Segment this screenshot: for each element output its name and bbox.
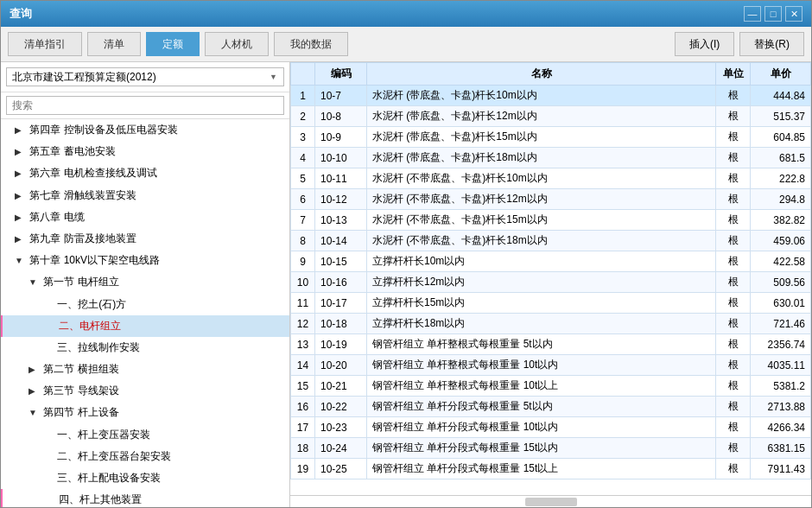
cell-code: 10-8 (315, 106, 367, 127)
table-row[interactable]: 4 10-10 水泥杆 (带底盘、卡盘)杆长18m以内 根 681.5 (291, 148, 811, 168)
table-container[interactable]: 编码 名称 单位 单价 1 10-7 水泥杆 (带底盘、卡盘)杆长10m以内 根… (290, 62, 811, 495)
cell-name: 水泥杆 (不带底盘、卡盘)杆长10m以内 (367, 168, 716, 189)
cell-no: 13 (291, 334, 315, 355)
table-row[interactable]: 7 10-13 水泥杆 (不带底盘、卡盘)杆长15m以内 根 382.82 (291, 210, 811, 231)
tab-labor[interactable]: 人材机 (205, 32, 269, 56)
table-row[interactable]: 19 10-25 钢管杆组立 单杆分段式每根重量 15t以上 根 7911.43 (291, 459, 811, 479)
tab-guide[interactable]: 清单指引 (8, 32, 82, 56)
cell-name: 立撑杆杆长15m以内 (367, 293, 716, 314)
insert-button[interactable]: 插入(I) (675, 32, 734, 56)
cell-name: 钢管杆组立 单杆整根式每根重量 5t以内 (367, 334, 716, 355)
table-row[interactable]: 10 10-16 立撑杆杆长12m以内 根 509.56 (291, 272, 811, 293)
tree-item-sec4-3[interactable]: 三、杆上配电设备安装 (1, 467, 289, 489)
quota-dropdown[interactable]: 北京市建设工程预算定额(2012) (6, 67, 284, 86)
tree-item-sec1-2[interactable]: 二、电杆组立 (1, 315, 289, 337)
cell-price: 2356.74 (751, 334, 811, 355)
expand-icon-ch10: ▼ (15, 254, 25, 268)
tree-label-sec4-3: 三、杆上配电设备安装 (57, 472, 161, 484)
table-row[interactable]: 1 10-7 水泥杆 (带底盘、卡盘)杆长10m以内 根 444.84 (291, 86, 811, 106)
toolbar: 清单指引 清单 定额 人材机 我的数据 插入(I) 替换(R) (1, 27, 811, 62)
maximize-button[interactable]: □ (764, 6, 782, 22)
table-row[interactable]: 13 10-19 钢管杆组立 单杆整根式每根重量 5t以内 根 2356.74 (291, 334, 811, 355)
tree-item-ch5[interactable]: ▶ 第五章 蓄电池安装 (1, 141, 289, 162)
table-row[interactable]: 12 10-18 立撑杆杆长18m以内 根 721.46 (291, 314, 811, 334)
table-row[interactable]: 2 10-8 水泥杆 (带底盘、卡盘)杆长12m以内 根 515.37 (291, 106, 811, 127)
table-body: 1 10-7 水泥杆 (带底盘、卡盘)杆长10m以内 根 444.84 2 10… (291, 86, 811, 479)
cell-unit: 根 (716, 438, 751, 459)
cell-no: 9 (291, 251, 315, 272)
cell-unit: 根 (716, 376, 751, 397)
table-row[interactable]: 6 10-12 水泥杆 (不带底盘、卡盘)杆长12m以内 根 294.8 (291, 189, 811, 210)
tree-item-ch7[interactable]: ▶ 第七章 滑触线装置安装 (1, 185, 289, 206)
replace-button[interactable]: 替换(R) (739, 32, 804, 56)
table-row[interactable]: 17 10-23 钢管杆组立 单杆分段式每根重量 10t以内 根 4266.34 (291, 417, 811, 438)
cell-unit: 根 (716, 272, 751, 293)
cell-name: 水泥杆 (带底盘、卡盘)杆长15m以内 (367, 127, 716, 148)
cell-price: 681.5 (751, 148, 811, 168)
cell-no: 4 (291, 148, 315, 168)
tree-item-ch4[interactable]: ▶ 第四章 控制设备及低压电器安装 (1, 119, 289, 141)
minimize-button[interactable]: — (744, 6, 761, 22)
cell-name: 水泥杆 (带底盘、卡盘)杆长18m以内 (367, 148, 716, 168)
expand-icon-sec1: ▼ (29, 276, 39, 289)
tree-item-sec2[interactable]: ▶ 第二节 横担组装 (1, 359, 289, 380)
cell-unit: 根 (716, 417, 751, 438)
tree-item-sec1-3[interactable]: 三、拉线制作安装 (1, 337, 289, 359)
table-row[interactable]: 11 10-17 立撑杆杆长15m以内 根 630.01 (291, 293, 811, 314)
cell-price: 222.8 (751, 168, 811, 189)
title-bar: 查询 — □ ✕ (1, 1, 811, 27)
tree-item-sec4-1[interactable]: 一、杆上变压器安装 (1, 424, 289, 446)
scrollbar-thumb[interactable] (525, 498, 577, 506)
cell-unit: 根 (716, 251, 751, 272)
cell-unit: 根 (716, 127, 751, 148)
cell-code: 10-20 (315, 355, 367, 376)
cell-price: 422.58 (751, 251, 811, 272)
table-row[interactable]: 16 10-22 钢管杆组立 单杆分段式每根重量 5t以内 根 2713.88 (291, 397, 811, 417)
tree-item-sec1[interactable]: ▼ 第一节 电杆组立 (1, 271, 289, 293)
table-row[interactable]: 14 10-20 钢管杆组立 单杆整根式每根重量 10t以内 根 4035.11 (291, 355, 811, 376)
cell-name: 立撑杆杆长12m以内 (367, 272, 716, 293)
cell-name: 钢管杆组立 单杆分段式每根重量 15t以上 (367, 459, 716, 479)
tree-label-sec1: 第一节 电杆组立 (43, 276, 118, 288)
cell-code: 10-25 (315, 459, 367, 479)
cell-price: 444.84 (751, 86, 811, 106)
cell-unit: 根 (716, 231, 751, 251)
table-header-row: 编码 名称 单位 单价 (291, 63, 811, 86)
tab-list[interactable]: 清单 (87, 32, 141, 56)
cell-unit: 根 (716, 210, 751, 231)
close-button[interactable]: ✕ (785, 6, 802, 22)
cell-name: 钢管杆组立 单杆整根式每根重量 10t以内 (367, 355, 716, 376)
tree-label-sec1-1: 一、挖土(石)方 (57, 298, 126, 310)
cell-code: 10-11 (315, 168, 367, 189)
tab-quota[interactable]: 定额 (146, 32, 200, 56)
tree-item-sec4[interactable]: ▼ 第四节 杆上设备 (1, 402, 289, 423)
tree-item-sec4-2[interactable]: 二、杆上变压器台架安装 (1, 446, 289, 467)
cell-unit: 根 (716, 86, 751, 106)
tree-item-sec3[interactable]: ▶ 第三节 导线架设 (1, 380, 289, 402)
cell-name: 水泥杆 (不带底盘、卡盘)杆长18m以内 (367, 231, 716, 251)
table-row[interactable]: 15 10-21 钢管杆组立 单杆整根式每根重量 10t以上 根 5381.2 (291, 376, 811, 397)
expand-icon-ch8: ▶ (15, 211, 25, 225)
tree-item-sec4-4[interactable]: 四、杆上其他装置 (1, 489, 289, 507)
tree-item-ch8[interactable]: ▶ 第八章 电缆 (1, 206, 289, 228)
tree-item-ch10[interactable]: ▼ 第十章 10kV以下架空电线路 (1, 250, 289, 271)
horizontal-scrollbar[interactable] (290, 495, 811, 507)
cell-code: 10-22 (315, 397, 367, 417)
expand-icon-sec4: ▼ (29, 406, 39, 420)
tree-label-sec4-4: 四、杆上其他装置 (59, 493, 142, 505)
table-row[interactable]: 5 10-11 水泥杆 (不带底盘、卡盘)杆长10m以内 根 222.8 (291, 168, 811, 189)
table-row[interactable]: 8 10-14 水泥杆 (不带底盘、卡盘)杆长18m以内 根 459.06 (291, 231, 811, 251)
search-input[interactable] (6, 96, 284, 115)
table-row[interactable]: 18 10-24 钢管杆组立 单杆分段式每根重量 15t以内 根 6381.15 (291, 438, 811, 459)
table-row[interactable]: 3 10-9 水泥杆 (带底盘、卡盘)杆长15m以内 根 604.85 (291, 127, 811, 148)
cell-unit: 根 (716, 459, 751, 479)
tree-item-ch9[interactable]: ▶ 第九章 防雷及接地装置 (1, 228, 289, 250)
tree-item-sec1-1[interactable]: 一、挖土(石)方 (1, 294, 289, 315)
table-row[interactable]: 9 10-15 立撑杆杆长10m以内 根 422.58 (291, 251, 811, 272)
cell-code: 10-14 (315, 231, 367, 251)
tab-mydata[interactable]: 我的数据 (274, 32, 348, 56)
cell-code: 10-16 (315, 272, 367, 293)
tree-label-ch10: 第十章 10kV以下架空电线路 (29, 254, 160, 266)
cell-name: 钢管杆组立 单杆整根式每根重量 10t以上 (367, 376, 716, 397)
tree-item-ch6[interactable]: ▶ 第六章 电机检查接线及调试 (1, 162, 289, 184)
